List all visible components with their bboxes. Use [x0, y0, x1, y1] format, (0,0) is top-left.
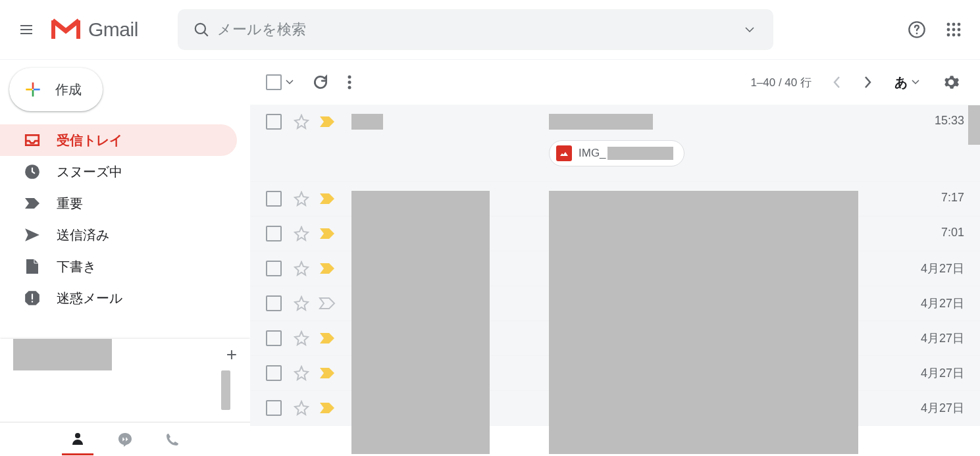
hangouts-scrollbar[interactable] [221, 370, 230, 410]
svg-point-10 [952, 23, 956, 26]
sidebar-item-sent[interactable]: 送信済み [0, 219, 237, 251]
svg-point-5 [195, 24, 205, 34]
more-vert-icon [348, 74, 351, 90]
sidebar-item-label: 下書き [57, 258, 96, 276]
svg-point-25 [75, 433, 80, 438]
input-method-button[interactable]: あ [894, 74, 919, 91]
star-icon[interactable] [294, 365, 309, 381]
sidebar-item-inbox[interactable]: 受信トレイ [0, 124, 237, 156]
attachment-name-redacted [607, 147, 673, 160]
compose-button[interactable]: 作成 [9, 68, 103, 111]
search-icon[interactable] [186, 14, 217, 45]
row-date: 7:17 [928, 191, 964, 205]
svg-point-26 [348, 76, 351, 79]
important-marker-icon[interactable] [319, 262, 336, 275]
svg-rect-29 [559, 149, 569, 158]
hangouts-user-redacted [13, 339, 112, 370]
sidebar-item-spam[interactable]: 迷惑メール [0, 282, 237, 314]
refresh-button[interactable] [312, 74, 329, 91]
row-date: 4月27日 [908, 261, 964, 276]
chevron-right-icon [864, 76, 872, 89]
star-icon[interactable] [294, 261, 309, 276]
row-date: 4月27日 [908, 295, 964, 311]
sidebar-item-drafts[interactable]: 下書き [0, 251, 237, 282]
lang-label: あ [894, 74, 908, 91]
sidebar-item-label: 迷惑メール [57, 290, 122, 307]
subject-redacted [549, 114, 653, 130]
svg-point-13 [952, 28, 956, 32]
pager-next-button[interactable] [855, 69, 881, 95]
attachment-label: IMG_ [579, 147, 606, 160]
row-checkbox[interactable] [266, 365, 282, 381]
svg-point-27 [348, 81, 351, 84]
sidebar: 作成 受信トレイ スヌーズ中 重要 送信済み 下書き 迷惑メール [0, 60, 250, 456]
important-marker-icon[interactable] [319, 227, 336, 240]
star-icon[interactable] [294, 330, 309, 346]
svg-rect-4 [76, 20, 80, 39]
star-icon[interactable] [294, 295, 309, 311]
settings-button[interactable] [938, 69, 964, 95]
star-icon[interactable] [294, 114, 309, 130]
help-button[interactable] [901, 14, 933, 45]
row-checkbox[interactable] [266, 295, 282, 311]
star-icon[interactable] [294, 191, 309, 207]
important-marker-icon[interactable] [319, 367, 336, 380]
main-menu-button[interactable] [11, 14, 42, 45]
row-checkbox[interactable] [266, 226, 282, 241]
row-date: 4月27日 [908, 400, 964, 416]
pager-text: 1–40 / 40 行 [750, 75, 812, 90]
important-marker-icon[interactable] [319, 192, 336, 205]
search-options-dropdown[interactable] [734, 14, 765, 45]
sidebar-item-label: 重要 [57, 195, 83, 213]
important-marker-icon[interactable] [319, 332, 336, 345]
hangouts-tab-calls[interactable] [157, 424, 188, 455]
important-marker-icon[interactable] [319, 115, 336, 128]
hangouts-icon [117, 432, 133, 447]
attachment-chip[interactable]: IMG_ [549, 140, 684, 166]
row-checkbox[interactable] [266, 400, 282, 416]
svg-rect-23 [32, 294, 33, 300]
page-scrollbar[interactable] [968, 105, 980, 145]
plus-icon [22, 79, 43, 100]
select-all-checkbox[interactable] [266, 74, 294, 90]
sidebar-item-snoozed[interactable]: スヌーズ中 [0, 156, 237, 188]
gmail-logo[interactable]: Gmail [50, 18, 138, 41]
star-icon[interactable] [294, 400, 309, 416]
hangouts-tab-contacts[interactable] [62, 424, 93, 455]
search-box[interactable] [178, 9, 773, 50]
google-apps-button[interactable] [938, 14, 969, 45]
header: Gmail [0, 0, 980, 60]
svg-point-28 [348, 86, 351, 89]
mail-row[interactable]: IMG_ 15:33 [250, 105, 980, 182]
row-checkbox[interactable] [266, 114, 282, 130]
hangouts-tab-chats[interactable] [109, 424, 141, 455]
svg-rect-24 [32, 301, 33, 302]
important-marker-icon[interactable] [319, 297, 336, 310]
sender-redacted [351, 114, 383, 130]
checkbox-icon [266, 74, 282, 90]
star-icon[interactable] [294, 226, 309, 241]
row-date: 4月27日 [908, 330, 964, 346]
search-input[interactable] [217, 21, 734, 38]
svg-point-11 [958, 23, 961, 26]
row-checkbox[interactable] [266, 330, 282, 346]
clock-icon [24, 163, 41, 180]
refresh-icon [312, 74, 329, 91]
hangouts-new-button[interactable]: + [226, 344, 237, 365]
gmail-wordmark: Gmail [88, 18, 138, 41]
pager-prev-button[interactable] [823, 69, 850, 95]
important-marker-icon[interactable] [319, 401, 336, 415]
subject-column-redacted [549, 191, 858, 454]
row-sender [351, 114, 536, 130]
pager: 1–40 / 40 行 あ [750, 69, 964, 95]
row-checkbox[interactable] [266, 191, 282, 207]
svg-point-8 [916, 32, 918, 34]
sent-icon [24, 226, 41, 243]
toolbar: 1–40 / 40 行 あ [250, 60, 980, 105]
more-button[interactable] [348, 74, 351, 90]
gear-icon [942, 74, 960, 91]
sidebar-item-important[interactable]: 重要 [0, 188, 237, 219]
row-checkbox[interactable] [266, 261, 282, 276]
sidebar-item-label: スヌーズ中 [57, 163, 122, 181]
svg-rect-3 [51, 20, 55, 39]
